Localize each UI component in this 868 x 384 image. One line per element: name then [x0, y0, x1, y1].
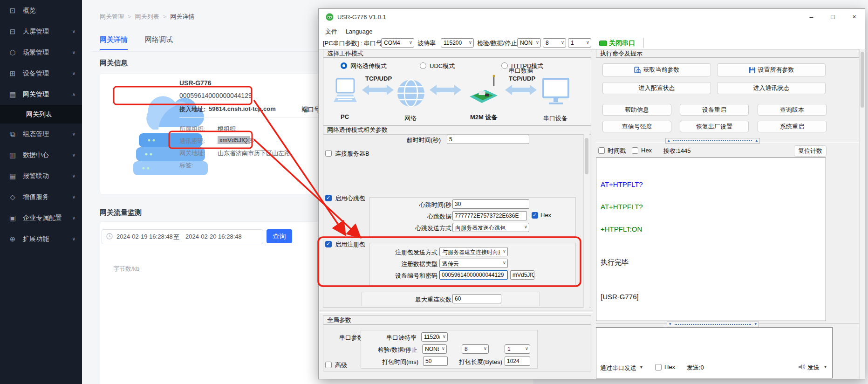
reg-send-mode-select[interactable]: 与服务器建立连接时向服务∨ [439, 247, 508, 256]
receive-log-area[interactable]: AT+HTPFLT? AT+HTPFLT? +HTPFLT:ON 执行完毕 [U… [596, 158, 826, 321]
enter-config-state-button[interactable]: 进入配置状态 [602, 82, 711, 94]
gateway-address-value: 山东省济南市历下区山左路 [218, 149, 290, 158]
triangle-down-icon: ▾ [669, 322, 671, 326]
advanced-checkbox[interactable] [325, 362, 332, 368]
sidebar-item-alarm[interactable]: ▦ 报警联动 ∨ [0, 165, 82, 186]
stopbits-select[interactable]: 1∨ [568, 38, 591, 48]
reg-send-mode-label: 注册包发送方式 [344, 248, 437, 257]
breadcrumb-gateway-mgmt[interactable]: 网关管理 [100, 13, 124, 20]
sidebar-item-config[interactable]: ⧉ 组态管理 ∨ [0, 123, 82, 144]
help-info-button[interactable]: 帮助信息 [602, 104, 671, 116]
sidebar-item-screen[interactable]: ⊟ 大屏管理 ∨ [0, 21, 82, 42]
chevron-down-icon: ▾ [824, 364, 827, 369]
reg-data-type-select[interactable]: 透传云∨ [439, 259, 508, 268]
send-button[interactable]: 发送 [807, 363, 820, 372]
global-baud-select[interactable]: 11520(∨ [421, 332, 448, 342]
pane-splitter[interactable] [320, 310, 593, 313]
tab-gateway-detail[interactable]: 网关详情 [100, 35, 128, 50]
breadcrumb-gateway-list[interactable]: 网关列表 [135, 13, 159, 20]
baud-select[interactable]: 115200∨ [441, 38, 474, 48]
overview-icon: ⊡ [8, 7, 17, 15]
device-restart-label: 设备重启 [702, 106, 726, 114]
sidebar-item-extension[interactable]: ⊕ 扩展功能 ∨ [0, 228, 82, 249]
close-button[interactable]: × [844, 9, 865, 25]
databits-select[interactable]: 8∨ [543, 38, 566, 48]
sidebar-label: 增值服务 [23, 193, 72, 201]
sidebar-item-scene[interactable]: ⬡ 场景管理 ∨ [0, 42, 82, 63]
reconnect-input[interactable]: 60 [452, 294, 501, 303]
log-splitter-handle[interactable]: ▴ ▴ [665, 138, 760, 144]
access-address-label: 接入地址: [179, 105, 205, 114]
timeout-input[interactable]: 5 [447, 135, 529, 144]
datacenter-icon: ▥ [8, 151, 17, 159]
send-via-serial-dropdown[interactable]: 通过串口发送 [600, 364, 636, 372]
recv-hex-checkbox[interactable] [632, 147, 638, 154]
params-scrollbar-thumb[interactable] [585, 138, 588, 174]
chevron-down-icon: ∨ [469, 40, 472, 45]
parity-select[interactable]: NONI∨ [517, 38, 541, 48]
params-scrollbar[interactable] [583, 134, 589, 308]
query-button[interactable]: 查询 [267, 229, 292, 243]
close-serial-button[interactable]: 关闭串口 [609, 39, 635, 48]
sidebar-item-datacenter[interactable]: ▥ 数据中心 ∨ [0, 144, 82, 165]
global-baud-label: 串口波特率 [323, 334, 417, 342]
toolbar-separator [643, 38, 644, 48]
device-restart-button[interactable]: 设备重启 [680, 104, 749, 116]
window-titlebar[interactable]: USR-G776 V1.0.1 – □ × [319, 9, 865, 26]
send-hex-checkbox[interactable] [655, 364, 662, 370]
date-to[interactable]: 2024-02-20 16:28:48 [185, 233, 242, 240]
sidebar-item-overview[interactable]: ⊡ 概览 [0, 0, 82, 21]
tab-network-debug[interactable]: 网络调试 [145, 35, 173, 44]
vas-icon: ◇ [8, 193, 17, 201]
send-splitter-handle[interactable]: ▾ ▾ [667, 322, 759, 327]
heartbeat-time-input[interactable]: 30 [452, 199, 529, 209]
connect-server-b-checkbox[interactable] [325, 150, 332, 157]
global-databits-select[interactable]: 8∨ [462, 344, 489, 354]
baud-label: 波特率 [417, 39, 436, 48]
global-stopbits-select[interactable]: 1∨ [505, 344, 530, 354]
device-icon: ⊞ [8, 69, 17, 78]
reset-counter-button[interactable]: 复位计数 [794, 145, 827, 157]
date-from[interactable]: 2024-02-19 16:28:48 [116, 233, 173, 240]
system-restart-button[interactable]: 系统重启 [758, 121, 827, 132]
enter-comm-state-button[interactable]: 进入通讯状态 [717, 82, 826, 94]
sidebar-item-device[interactable]: ⊞ 设备管理 ∨ [0, 63, 82, 84]
radio-net-passthrough[interactable] [341, 62, 347, 69]
sidebar-subitem-gateway-list[interactable]: 网关列表 [0, 105, 82, 123]
chevron-down-icon: ∨ [525, 346, 528, 351]
sidebar-item-vas[interactable]: ◇ 增值服务 ∨ [0, 186, 82, 207]
factory-reset-button[interactable]: 恢复出厂设置 [680, 121, 749, 132]
menu-file[interactable]: 文件 [325, 27, 337, 36]
enable-registration-checkbox[interactable] [325, 241, 332, 247]
sidebar-item-enterprise[interactable]: ▣ 企业专属配置 ∨ [0, 207, 82, 228]
radio-httpd-mode[interactable] [501, 62, 508, 69]
set-all-params-button[interactable]: 设置所有参数 [717, 63, 826, 76]
device-password-input[interactable]: mVd5JfQ [510, 270, 534, 280]
timestamp-checkbox[interactable] [598, 147, 605, 154]
global-parity-select[interactable]: NONE∨ [422, 344, 447, 354]
pack-length-input[interactable]: 1024 [505, 357, 530, 366]
sidebar-item-gateway[interactable]: ▤ 网关管理 ∧ [0, 84, 82, 105]
eye-icon[interactable] [247, 137, 255, 144]
maximize-button[interactable]: □ [822, 9, 843, 25]
get-params-button[interactable]: 获取当前参数 [602, 63, 711, 76]
signal-strength-button[interactable]: 查信号强度 [602, 121, 671, 132]
serial-device-label: 串口设备 [543, 114, 567, 123]
device-id-input[interactable]: 00059614000000044129 [439, 270, 508, 280]
heartbeat-hex-checkbox[interactable] [532, 212, 538, 219]
com-port-select[interactable]: COM4∨ [381, 38, 414, 48]
heartbeat-mode-select[interactable]: 向服务器发送心跳包∨ [452, 223, 529, 232]
sidebar-label: 大屏管理 [23, 27, 72, 36]
org-label: 所属组织: [179, 125, 205, 133]
menu-language[interactable]: Language [346, 28, 373, 35]
log-line: AT+HTPFLT? [601, 203, 643, 211]
enable-heartbeat-checkbox[interactable] [325, 195, 332, 201]
query-version-button[interactable]: 查询版本 [758, 104, 827, 116]
radio-udc-mode[interactable] [420, 62, 426, 69]
window-scrollbar[interactable] [859, 49, 865, 379]
window-scrollbar-thumb[interactable] [861, 52, 864, 108]
heartbeat-data-input[interactable]: 7777772E7573722E636E [452, 211, 527, 220]
triangle-down-icon: ▾ [754, 322, 757, 326]
minimize-button[interactable]: – [801, 9, 822, 25]
chevron-down-icon: ∨ [503, 260, 506, 265]
